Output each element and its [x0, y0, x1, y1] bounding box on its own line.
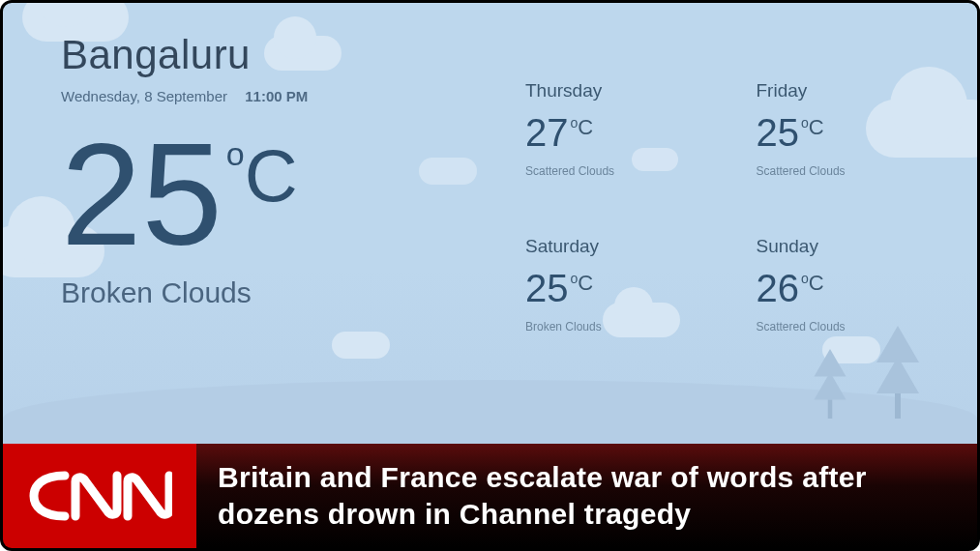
forecast-condition: Scattered Clouds	[757, 320, 949, 334]
temperature-value: 25	[61, 122, 223, 267]
forecast-condition: Scattered Clouds	[525, 164, 718, 178]
degree-symbol: o	[226, 135, 245, 173]
forecast-condition: Broken Clouds	[525, 320, 718, 334]
tree-icon	[815, 349, 846, 419]
signage-screen: Bangaluru Wednesday, 8 September 11:00 P…	[0, 0, 980, 551]
forecast-temp-value: 25	[525, 267, 569, 310]
forecast-day-name: Sunday	[757, 236, 949, 257]
news-ticker: Britain and France escalate war of words…	[3, 444, 977, 548]
degree-symbol: o	[801, 271, 809, 286]
forecast-day: Sunday 26oC Scattered Clouds	[757, 236, 949, 334]
forecast-day: Friday 25oC Scattered Clouds	[757, 80, 949, 178]
forecast-condition: Scattered Clouds	[757, 164, 949, 178]
cloud-icon	[332, 332, 390, 359]
date-time: Wednesday, 8 September 11:00 PM	[61, 88, 308, 104]
forecast-day-name: Thursday	[525, 80, 718, 102]
news-headline: Britain and France escalate war of words…	[196, 444, 977, 548]
weather-panel: Bangaluru Wednesday, 8 September 11:00 P…	[3, 3, 977, 448]
forecast-temperature: 25oC	[525, 267, 718, 310]
current-temperature: 25 o C	[61, 122, 308, 267]
date-text: Wednesday, 8 September	[61, 88, 227, 104]
forecast-temperature: 27oC	[525, 111, 718, 155]
forecast-temp-unit: C	[578, 271, 593, 296]
forecast-temp-value: 26	[757, 267, 800, 310]
cnn-logo-icon	[27, 467, 172, 525]
degree-symbol: o	[801, 115, 809, 130]
temperature-unit: C	[245, 133, 298, 218]
cnn-logo	[3, 444, 196, 548]
degree-symbol: o	[571, 271, 579, 286]
forecast-temperature: 26oC	[757, 267, 949, 310]
degree-symbol: o	[571, 115, 579, 130]
weather-current: Bangaluru Wednesday, 8 September 11:00 P…	[61, 32, 308, 309]
forecast-temperature: 25oC	[757, 111, 949, 155]
weather-condition: Broken Clouds	[61, 276, 308, 309]
time-text: 11:00 PM	[245, 88, 308, 104]
city-name: Bangaluru	[61, 32, 308, 78]
forecast-day: Saturday 25oC Broken Clouds	[525, 236, 718, 334]
forecast-temp-value: 25	[757, 111, 800, 155]
forecast-temp-value: 27	[525, 111, 569, 155]
forecast-temp-unit: C	[809, 115, 824, 140]
forecast-grid: Thursday 27oC Scattered Clouds Friday 25…	[525, 80, 948, 334]
forecast-temp-unit: C	[809, 271, 824, 296]
cloud-icon	[419, 158, 477, 185]
tree-icon	[876, 326, 919, 419]
forecast-day: Thursday 27oC Scattered Clouds	[525, 80, 718, 178]
forecast-day-name: Saturday	[525, 236, 718, 257]
forecast-day-name: Friday	[757, 80, 949, 102]
forecast-temp-unit: C	[578, 115, 593, 140]
